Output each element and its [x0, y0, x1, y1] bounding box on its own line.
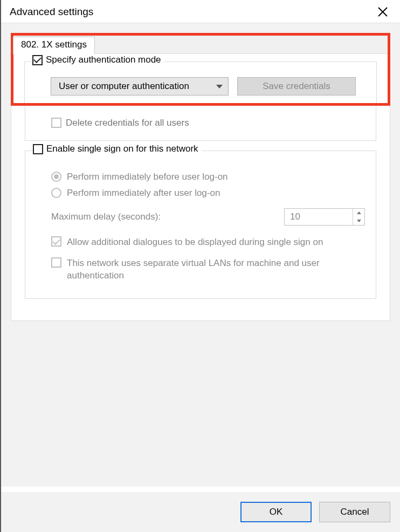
- specify-auth-mode-row[interactable]: Specify authentication mode: [32, 54, 164, 65]
- title-bar: Advanced settings: [1, 0, 400, 23]
- before-logon-radio[interactable]: [51, 172, 61, 182]
- ok-button[interactable]: OK: [240, 502, 312, 522]
- dialog-footer: OK Cancel: [1, 492, 400, 532]
- delete-credentials-label: Delete credentials for all users: [66, 118, 189, 128]
- spinner-down-button[interactable]: [353, 217, 364, 225]
- specify-auth-mode-label: Specify authentication mode: [46, 54, 161, 65]
- spinner-up-button[interactable]: [353, 209, 364, 217]
- allow-dialogs-checkbox[interactable]: [51, 236, 61, 247]
- tab-8021x-settings[interactable]: 802. 1X settings: [13, 37, 95, 54]
- specify-auth-mode-checkbox[interactable]: [32, 55, 43, 65]
- cancel-button[interactable]: Cancel: [319, 502, 390, 522]
- delete-credentials-checkbox[interactable]: [51, 118, 61, 128]
- tab-panel-top: Specify authentication mode User or comp…: [13, 62, 388, 103]
- advanced-settings-dialog: Advanced settings 802. 1X settings Speci…: [0, 0, 400, 532]
- after-logon-radio[interactable]: [51, 188, 61, 198]
- close-icon: [377, 6, 388, 17]
- separate-vlan-label: This network uses separate virtual LANs …: [67, 257, 347, 282]
- auth-mode-dropdown-value: User or computer authentication: [59, 81, 189, 92]
- auth-mode-dropdown[interactable]: User or computer authentication: [51, 77, 229, 96]
- auth-mode-group: Specify authentication mode User or comp…: [24, 62, 377, 103]
- separate-vlan-checkbox[interactable]: [51, 257, 61, 268]
- auth-mode-group-lower: Delete credentials for all users: [25, 106, 376, 141]
- enable-sso-row[interactable]: Enable single sign on for this network: [33, 144, 202, 154]
- window-title: Advanced settings: [10, 6, 93, 18]
- dialog-content: 802. 1X settings Specify authentication …: [1, 23, 400, 487]
- highlight-overlay: 802. 1X settings Specify authentication …: [11, 33, 390, 106]
- sso-group: Enable single sign on for this network P…: [25, 151, 376, 299]
- save-credentials-button[interactable]: Save credentials: [237, 77, 356, 96]
- max-delay-value[interactable]: 10: [285, 209, 353, 225]
- max-delay-spinner[interactable]: 10: [284, 208, 365, 226]
- allow-dialogs-label: Allow additional dialogues to be display…: [67, 236, 323, 249]
- before-logon-label: Perform immediately before user log-on: [67, 172, 228, 182]
- tab-panel-body: Delete credentials for all users Enable …: [11, 106, 390, 321]
- chevron-down-icon: [216, 85, 223, 88]
- max-delay-label: Maximum delay (seconds):: [51, 212, 161, 222]
- tab-strip: 802. 1X settings: [13, 36, 388, 54]
- enable-sso-checkbox[interactable]: [33, 144, 43, 154]
- enable-sso-label: Enable single sign on for this network: [46, 144, 198, 154]
- after-logon-label: Perform immediately after user log-on: [67, 188, 220, 199]
- close-button[interactable]: [375, 4, 390, 19]
